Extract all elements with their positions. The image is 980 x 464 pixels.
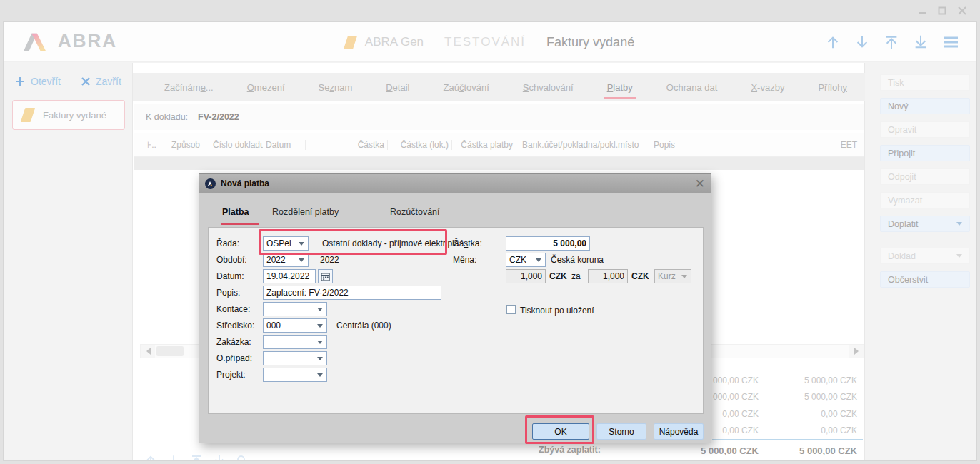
screen: ABRA ABRA Gen TESTOVÁNÍ Faktury vydané <box>0 0 980 464</box>
popis-label: Popis: <box>216 288 240 298</box>
zakazka-combo[interactable] <box>263 335 327 349</box>
opripad-combo[interactable] <box>263 351 327 365</box>
column-header[interactable]: Způsob <box>169 140 210 150</box>
arrow-top-icon[interactable] <box>190 454 203 461</box>
open-button[interactable]: Otevřít <box>31 76 61 87</box>
page-title: Faktury vydané <box>546 35 634 50</box>
arrow-up-icon[interactable] <box>144 454 157 461</box>
plus-icon[interactable] <box>15 76 25 86</box>
menu-icon[interactable] <box>942 35 959 49</box>
tab-omezeni[interactable]: Omezení <box>247 82 285 93</box>
arrow-down-icon[interactable] <box>167 454 180 461</box>
obdobi-description: 2022 <box>320 255 339 265</box>
rada-description: Ostatní doklady - příjmové elektr.pla <box>322 238 459 248</box>
column-header[interactable]: Částka <box>306 140 388 150</box>
active-dialog-tab-underline <box>221 223 259 225</box>
kurz-currency-2: CZK <box>631 271 649 281</box>
summary-amount: 5 000,00 CZK <box>764 392 857 402</box>
payments-table-header: ⊦.. Způsob Číslo dokladu Datum Částka Čá… <box>134 133 864 157</box>
maximize-icon[interactable] <box>937 6 947 16</box>
tab-zaciname[interactable]: Začínáme... <box>164 82 214 93</box>
help-button[interactable]: Nápověda <box>654 423 704 440</box>
kontace-combo[interactable] <box>263 302 327 316</box>
print-after-save-checkbox[interactable] <box>506 305 516 314</box>
column-header[interactable]: Číslo dokladu <box>210 140 263 150</box>
new-button[interactable]: Nový <box>880 98 970 114</box>
column-header[interactable]: EET <box>829 140 864 150</box>
tab-platby[interactable]: Platby <box>607 82 633 93</box>
dialog-titlebar[interactable]: Nová platba ✕ <box>199 174 711 193</box>
os-titlebar <box>0 0 980 21</box>
tab-seznam[interactable]: Seznam <box>319 82 353 93</box>
dialog-close-icon[interactable]: ✕ <box>695 178 705 190</box>
kurz-value-1-input <box>506 269 546 283</box>
arrow-up-icon[interactable] <box>825 34 841 50</box>
kurz-value-2-input <box>588 269 628 283</box>
module-slash-icon <box>21 108 35 122</box>
castka-input[interactable] <box>506 236 590 251</box>
column-header[interactable]: Datum <box>263 140 306 150</box>
environment-name: TESTOVÁNÍ <box>444 35 526 49</box>
chevron-down-icon <box>956 254 962 261</box>
chevron-down-icon <box>536 258 541 265</box>
arrow-top-icon[interactable] <box>884 34 899 50</box>
datum-input[interactable] <box>263 269 316 283</box>
document-number: FV-2/2022 <box>198 112 239 122</box>
tab-ochrana-dat[interactable]: Ochrana dat <box>666 82 718 93</box>
ok-button[interactable]: OK <box>532 423 589 440</box>
arrow-bottom-icon[interactable] <box>913 34 929 50</box>
search-icon[interactable] <box>236 454 249 461</box>
pay-rest-button[interactable]: Doplatit <box>880 216 970 232</box>
close-x-icon[interactable] <box>81 77 90 86</box>
left-sidebar: Otevřít Zavřít Faktury vydané <box>4 63 132 461</box>
column-header[interactable]: Částka platby <box>452 140 516 150</box>
dialog-tab-rozdeleni-platby[interactable]: Rozdělení platby <box>272 207 339 217</box>
column-header[interactable]: Popis <box>651 140 829 150</box>
dialog-title: Nová platba <box>221 178 269 188</box>
refresh-button[interactable]: Občerstvit <box>880 271 970 288</box>
document-bar: K dokladu: FV-2/2022 <box>134 104 864 130</box>
stredisko-combo[interactable]: 000 <box>263 318 327 333</box>
dialog-tab-rozuctovani[interactable]: Rozúčtování <box>390 207 440 217</box>
tab-prilohy[interactable]: Přílohy <box>818 82 847 93</box>
minimize-icon[interactable] <box>917 6 927 16</box>
stredisko-description: Centrála (000) <box>336 321 391 331</box>
scroll-left-icon[interactable] <box>141 345 155 358</box>
calendar-icon[interactable] <box>318 269 333 283</box>
attach-button[interactable]: Připojit <box>880 145 970 161</box>
rada-combo[interactable]: OSPel <box>263 236 309 251</box>
dialog-tab-platba[interactable]: Platba <box>222 207 249 217</box>
tab-schvalovani[interactable]: Schvalování <box>523 82 574 93</box>
tab-x-vazby[interactable]: X-vazby <box>751 82 784 93</box>
tab-detail[interactable]: Detail <box>386 82 409 93</box>
column-header[interactable]: ⊦.. <box>144 140 169 150</box>
obdobi-combo[interactable]: 2022 <box>263 253 309 267</box>
column-header[interactable]: Částka (lok.) <box>388 140 452 150</box>
arrow-bottom-icon[interactable] <box>213 454 226 461</box>
scroll-right-icon[interactable] <box>849 345 864 358</box>
kontace-label: Kontace: <box>216 304 250 314</box>
popis-input[interactable] <box>263 286 441 300</box>
chevron-down-icon <box>299 242 304 248</box>
tab-zauctovani[interactable]: Zaúčtování <box>443 82 489 93</box>
remaining-to-pay-label: Zbývá zaplatit: <box>539 445 601 455</box>
header-nav <box>825 34 959 50</box>
kurz-za-label: za <box>571 271 581 281</box>
cancel-button[interactable]: Storno <box>596 423 646 440</box>
scrollbar-thumb[interactable] <box>156 346 184 356</box>
stredisko-label: Středisko: <box>216 321 254 331</box>
edit-button: Opravit <box>880 121 970 138</box>
table-row[interactable] <box>134 157 864 170</box>
chevron-down-icon <box>317 357 323 363</box>
mena-combo[interactable]: CZK <box>506 253 546 267</box>
close-icon[interactable] <box>957 6 967 16</box>
column-header[interactable]: Bank.účet/pokladna/pokl.místo <box>516 140 651 150</box>
close-button[interactable]: Zavřít <box>96 76 121 87</box>
sidebar-toolbar: Otevřít Zavřít <box>15 74 121 89</box>
module-tabstrip: Začínáme... Omezení Seznam Detail Zaúčto… <box>133 73 866 101</box>
arrow-down-icon[interactable] <box>854 34 870 50</box>
remaining-amount: 5 000,00 CZK <box>764 445 857 456</box>
sidebar-item-faktury-vydane[interactable]: Faktury vydané <box>12 100 125 130</box>
summary-amount: 0,00 CZK <box>764 425 857 435</box>
projekt-combo[interactable] <box>263 368 327 382</box>
